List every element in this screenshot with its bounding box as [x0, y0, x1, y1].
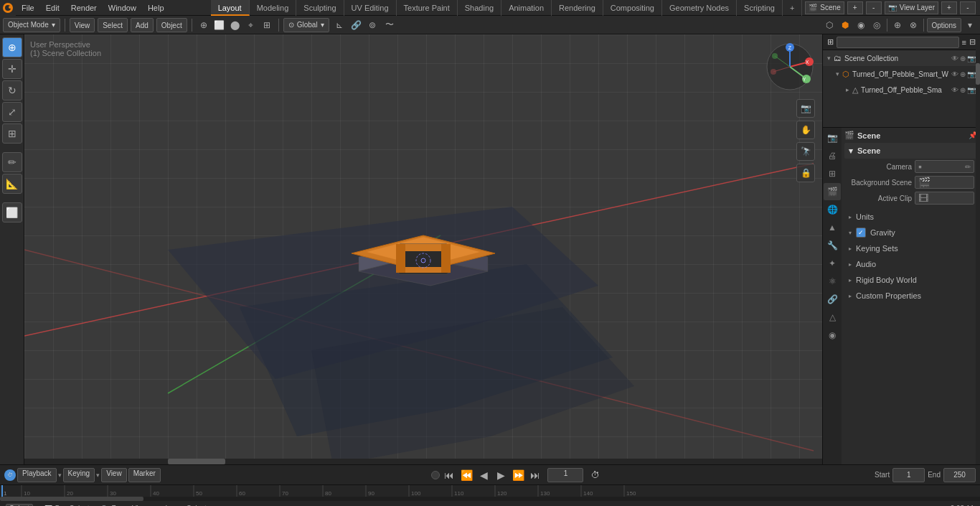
filter-icon2[interactable]: ⊟ [969, 37, 976, 47]
tab-view-layer[interactable]: ⊞ [824, 165, 841, 182]
viewport-shading-material[interactable]: ◉ [854, 18, 868, 32]
tab-material[interactable]: ◉ [824, 327, 841, 344]
select-tool[interactable]: ⬜ [212, 18, 227, 32]
cursor-tool[interactable]: ⊕ [197, 18, 211, 32]
overlay-btn[interactable]: ⊕ [890, 18, 905, 32]
select-all-tool[interactable]: ⊞ [260, 18, 274, 32]
select-lasso-tool[interactable]: ⌖ [244, 18, 258, 32]
menu-file[interactable]: File [16, 0, 40, 16]
sort-icon[interactable]: ≡ [962, 38, 966, 47]
gravity-section[interactable]: ▾ ✓ Gravity [844, 225, 977, 240]
outliner-item-1[interactable]: ▸ △ Turned_Off_Pebble_Sma 👁 ⊕ 📷 [823, 82, 980, 98]
timeline-hscrollbar[interactable] [0, 497, 980, 501]
options-chevron[interactable]: ▾ [963, 18, 977, 32]
outliner-search[interactable] [837, 37, 959, 48]
viewport-shading-solid[interactable]: ⬢ [838, 18, 852, 32]
playback-btn[interactable]: Playback [17, 468, 57, 482]
play-reverse-btn[interactable]: ◀ [476, 467, 491, 483]
view-layer-add-btn[interactable]: + [941, 1, 957, 14]
lock-btn[interactable]: 🔒 [796, 164, 815, 182]
tab-object[interactable]: ▲ [824, 219, 841, 236]
custom-props-section[interactable]: ▸ Custom Properties [844, 288, 977, 304]
tab-sculpting[interactable]: Sculpting [296, 0, 344, 16]
end-frame-input[interactable] [943, 468, 976, 482]
audio-section[interactable]: ▸ Audio [844, 256, 977, 272]
start-frame-input[interactable] [892, 468, 925, 482]
tab-animation[interactable]: Animation [501, 0, 552, 16]
keying-btn[interactable]: Keying [63, 468, 95, 482]
active-clip-value[interactable]: 🎞 [915, 192, 974, 205]
zoom-in-btn[interactable]: 🔭 [796, 142, 815, 161]
tab-render[interactable]: 📷 [824, 129, 841, 146]
prop-vscrollbar[interactable] [976, 128, 980, 464]
camera-edit-icon[interactable]: ✏ [965, 163, 971, 171]
prev-frame-btn[interactable]: ⏪ [458, 467, 474, 483]
viewport-gizmo[interactable]: X Y Z [765, 42, 815, 92]
tab-scene[interactable]: 🎬 [824, 183, 841, 200]
tab-particles[interactable]: ✦ [824, 255, 841, 272]
tab-modeling[interactable]: Modeling [250, 0, 297, 16]
jump-end-btn[interactable]: ⏭ [527, 467, 543, 483]
filter-icon[interactable]: ⊞ [827, 37, 834, 47]
pivot-btn[interactable]: ⊾ [332, 18, 347, 32]
tab-object-data[interactable]: △ [824, 309, 841, 326]
tab-geometry-nodes[interactable]: Geometry Nodes [662, 0, 737, 16]
add-menu[interactable]: Add [131, 18, 154, 32]
camera-view-btn[interactable]: 📷 [796, 99, 815, 118]
menu-render[interactable]: Render [65, 0, 103, 16]
select-circle-tool[interactable]: ⬤ [228, 18, 242, 32]
eye-icon-0[interactable]: 👁 [951, 70, 958, 78]
tab-shading[interactable]: Shading [458, 0, 501, 16]
viewport-hscrollbar[interactable] [24, 459, 822, 464]
bg-scene-value[interactable]: 🎬 [915, 176, 974, 189]
select-icon[interactable]: ⊕ [960, 55, 966, 62]
tool-transform[interactable]: ⊞ [2, 123, 22, 144]
hand-tool-btn[interactable]: ✋ [796, 121, 815, 139]
tab-world[interactable]: 🌐 [824, 201, 841, 218]
viewport-shading-rendered[interactable]: ◎ [870, 18, 884, 32]
scene-remove-btn[interactable]: - [866, 1, 882, 14]
eye-icon-1[interactable]: 👁 [951, 86, 958, 94]
view-layer-remove-btn[interactable]: - [960, 1, 976, 14]
tab-scripting[interactable]: Scripting [737, 0, 783, 16]
outliner-scene-collection[interactable]: ▾ 🗂 Scene Collection 👁 ⊕ 📷 [823, 50, 980, 66]
select-menu[interactable]: Select [98, 18, 128, 32]
gravity-checkbox[interactable]: ✓ [856, 228, 866, 238]
camera-value[interactable]: ▪ ✏ [915, 160, 974, 173]
view-layer-selector[interactable]: 📷 View Layer [885, 1, 938, 14]
menu-help[interactable]: Help [142, 0, 170, 16]
render-icon[interactable]: 📷 [967, 55, 976, 62]
tool-measure[interactable]: 📐 [2, 174, 22, 194]
object-menu[interactable]: Object [156, 18, 187, 32]
menu-window[interactable]: Window [103, 0, 142, 16]
snap-btn[interactable]: 🔗 [349, 18, 364, 32]
units-section[interactable]: ▸ Units [844, 209, 977, 225]
tab-modifier[interactable]: 🔧 [824, 237, 841, 254]
tab-compositing[interactable]: Compositing [603, 0, 662, 16]
tool-cursor[interactable]: ⊕ [2, 37, 22, 57]
scene-section-header[interactable]: ▾ Scene [844, 143, 977, 159]
playback-chevron[interactable]: ▾ [58, 472, 62, 479]
scene-selector[interactable]: 🎬 Scene [805, 1, 844, 14]
viewport-shading-wire[interactable]: ⬡ [822, 18, 837, 32]
timeline-hscrollbar-thumb[interactable] [0, 497, 143, 501]
tab-add[interactable]: + [783, 0, 802, 16]
eye-icon[interactable]: 👁 [951, 55, 958, 62]
curve-icon[interactable]: 〜 [382, 18, 397, 32]
jump-start-btn[interactable]: ⏮ [441, 467, 457, 483]
tab-uv-editing[interactable]: UV Editing [344, 0, 397, 16]
transform-dropdown[interactable]: ⊙ Global ▾ [283, 18, 329, 32]
fps-icon[interactable]: ⏱ [588, 468, 603, 482]
menu-edit[interactable]: Edit [40, 0, 65, 16]
tab-layout[interactable]: Layout [211, 0, 250, 16]
tab-texture-paint[interactable]: Texture Paint [397, 0, 458, 16]
blender-logo[interactable] [0, 0, 16, 16]
timeline-view-btn[interactable]: View [101, 468, 127, 482]
viewport-3d[interactable]: User Perspective (1) Scene Collection X … [24, 34, 822, 464]
keying-chevron[interactable]: ▾ [96, 472, 100, 479]
tab-physics[interactable]: ⚛ [824, 273, 841, 290]
tool-scale[interactable]: ⤢ [2, 102, 22, 122]
hscrollbar-thumb[interactable] [168, 459, 225, 464]
current-frame[interactable]: 1 [547, 468, 583, 482]
select-icon-1[interactable]: ⊕ [960, 86, 966, 94]
